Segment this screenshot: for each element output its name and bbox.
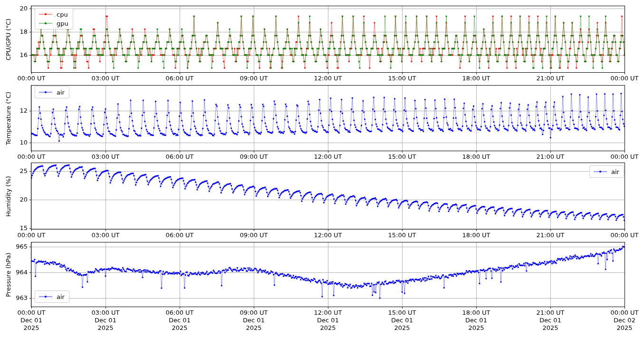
legend-entry: air bbox=[38, 292, 65, 301]
x-tick-label: 18:00 UT bbox=[455, 153, 498, 161]
y-tick-label: 15 bbox=[0, 224, 28, 232]
x-tick-label: 12:00 UT bbox=[307, 75, 349, 82]
y-tick-label: 12 bbox=[0, 107, 28, 115]
x-tick-year: 2025 bbox=[84, 324, 127, 332]
legend-label: cpu bbox=[57, 11, 68, 18]
x-tick-label: 03:00 UT bbox=[84, 75, 127, 82]
x-tick-year: 2025 bbox=[232, 324, 275, 332]
x-tick-date: Dec 02 bbox=[603, 317, 644, 324]
x-tick-year: 2025 bbox=[529, 324, 572, 332]
legend-line-marker-icon bbox=[593, 169, 607, 174]
x-tick-label: 06:00 UT bbox=[158, 153, 201, 161]
x-tick-label: 12:00 UT bbox=[307, 153, 349, 161]
y-tick-label: 16 bbox=[0, 51, 28, 59]
x-tick-date: Dec 01 bbox=[158, 317, 201, 324]
x-tick-date: Dec 01 bbox=[529, 317, 572, 324]
legend-entry: gpu bbox=[38, 19, 68, 28]
legend-entry: air bbox=[593, 167, 619, 176]
y-tick-label: 20 bbox=[0, 5, 28, 12]
x-tick-label: 18:00 UT bbox=[455, 75, 498, 82]
x-tick-label: 03:00 UT bbox=[84, 309, 127, 317]
x-tick-label: 00:00 UT bbox=[603, 75, 644, 82]
x-tick-date: Dec 01 bbox=[84, 317, 127, 324]
x-tick-label: 09:00 UT bbox=[232, 309, 275, 317]
x-tick-date: Dec 01 bbox=[455, 317, 498, 324]
legend-label: gpu bbox=[57, 20, 68, 27]
legend-label: air bbox=[57, 293, 65, 300]
x-tick-label: 12:00 UT bbox=[307, 232, 349, 239]
x-tick-year: 2025 bbox=[603, 324, 644, 332]
legend-3: air bbox=[35, 290, 69, 303]
y-axis-label-temperature: Temperature (°C) bbox=[5, 92, 12, 145]
x-tick-year: 2025 bbox=[158, 324, 201, 332]
x-tick-label: 00:00 UT bbox=[603, 309, 644, 317]
x-tick-label: 00:00 UT bbox=[10, 232, 53, 239]
y-tick-label: 18 bbox=[0, 28, 28, 36]
x-tick-label: 15:00 UT bbox=[381, 153, 423, 161]
x-tick-date: Dec 01 bbox=[381, 317, 423, 324]
x-tick-label: 06:00 UT bbox=[158, 232, 201, 239]
y-tick-label: 965 bbox=[0, 243, 28, 251]
x-tick-label: 21:00 UT bbox=[529, 309, 572, 317]
x-tick-year: 2025 bbox=[10, 324, 53, 332]
legend-2: air bbox=[589, 165, 624, 178]
x-tick-label: 00:00 UT bbox=[10, 153, 53, 161]
legend-line-marker-icon bbox=[38, 20, 53, 26]
x-tick-label: 12:00 UT bbox=[307, 309, 349, 317]
x-tick-date: Dec 01 bbox=[10, 317, 53, 324]
x-tick-label: 06:00 UT bbox=[158, 309, 201, 317]
x-tick-label: 09:00 UT bbox=[232, 75, 275, 82]
x-tick-label: 21:00 UT bbox=[529, 75, 572, 82]
legend-0: cpugpu bbox=[35, 8, 73, 29]
y-tick-label: 963 bbox=[0, 294, 28, 302]
x-tick-label: 15:00 UT bbox=[381, 75, 423, 82]
legend-label: air bbox=[611, 168, 619, 175]
x-tick-year: 2025 bbox=[455, 324, 498, 332]
x-tick-label: 03:00 UT bbox=[84, 232, 127, 239]
x-tick-label: 09:00 UT bbox=[232, 232, 275, 239]
legend-line-marker-icon bbox=[38, 89, 53, 95]
legend-1: air bbox=[35, 86, 69, 98]
x-tick-label: 09:00 UT bbox=[232, 153, 275, 161]
y-tick-label: 10 bbox=[0, 139, 28, 146]
x-tick-label: 00:00 UT bbox=[10, 309, 53, 317]
x-tick-year: 2025 bbox=[381, 324, 423, 332]
x-tick-label: 18:00 UT bbox=[455, 232, 498, 239]
legend-label: air bbox=[57, 89, 65, 96]
x-tick-label: 00:00 UT bbox=[603, 232, 644, 239]
y-tick-label: 25 bbox=[0, 167, 28, 175]
y-tick-label: 20 bbox=[0, 196, 28, 203]
y-tick-label: 964 bbox=[0, 269, 28, 276]
x-tick-label: 06:00 UT bbox=[158, 75, 201, 82]
x-tick-label: 15:00 UT bbox=[381, 309, 423, 317]
x-tick-label: 21:00 UT bbox=[529, 232, 572, 239]
sensor-dashboard-figure: CPU/GPU (°C) Temperature (°C) Humidity (… bbox=[0, 0, 644, 338]
x-tick-date: Dec 01 bbox=[307, 317, 349, 324]
x-tick-label: 00:00 UT bbox=[603, 153, 644, 161]
legend-entry: air bbox=[38, 88, 65, 97]
x-tick-label: 18:00 UT bbox=[455, 309, 498, 317]
x-tick-year: 2025 bbox=[307, 324, 349, 332]
chart-canvas bbox=[0, 0, 644, 338]
x-tick-label: 03:00 UT bbox=[84, 153, 127, 161]
x-tick-label: 15:00 UT bbox=[381, 232, 423, 239]
legend-line-marker-icon bbox=[38, 294, 53, 299]
x-tick-date: Dec 01 bbox=[232, 317, 275, 324]
legend-entry: cpu bbox=[38, 10, 68, 19]
legend-line-marker-icon bbox=[38, 11, 53, 17]
x-tick-label: 21:00 UT bbox=[529, 153, 572, 161]
x-tick-label: 00:00 UT bbox=[10, 75, 53, 82]
